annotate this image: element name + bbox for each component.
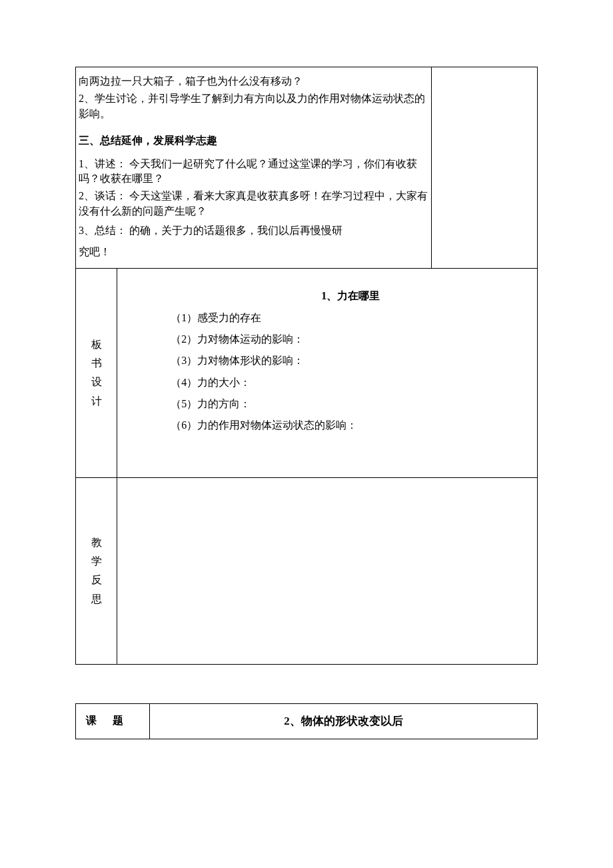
intro-line-1: 向两边拉一只大箱子，箱子也为什么没有移动？ bbox=[79, 74, 428, 89]
design-item: （5）力的方向： bbox=[171, 397, 530, 411]
question-1: 1、讲述： 今天我们一起研究了什么呢？通过这堂课的学习，你们有收获吗？收获在哪里… bbox=[79, 157, 428, 187]
label-char: 板 bbox=[79, 337, 114, 352]
section-heading: 三、总结延伸，发展科学志趣 bbox=[79, 133, 428, 148]
question-2: 2、谈话： 今天这堂课，看来大家真是收获真多呀！在学习过程中，大家有没有什么新的… bbox=[79, 189, 428, 219]
content-row: 向两边拉一只大箱子，箱子也为什么没有移动？ 2、学生讨论，并引导学生了解到力有方… bbox=[76, 67, 538, 269]
design-item: （3）力对物体形状的影响： bbox=[171, 353, 530, 368]
notes-cell bbox=[431, 67, 537, 269]
board-design-content: 1、力在哪里 （1）感受力的存在 （2）力对物体运动的影响： （3）力对物体形状… bbox=[117, 269, 538, 478]
topic-row: 课题 2、物体的形状改变以后 bbox=[76, 703, 538, 739]
lesson-content-cell: 向两边拉一只大箱子，箱子也为什么没有移动？ 2、学生讨论，并引导学生了解到力有方… bbox=[76, 67, 432, 269]
board-design-row: 板 书 设 计 1、力在哪里 （1）感受力的存在 （2）力对物体运动的影响： （… bbox=[76, 269, 538, 478]
label-char: 计 bbox=[79, 394, 114, 409]
topic-label: 课题 bbox=[76, 703, 150, 739]
intro-line-2: 2、学生讨论，并引导学生了解到力有方向以及力的作用对物体运动状态的影响。 bbox=[79, 91, 428, 121]
question-3b: 究吧！ bbox=[79, 243, 428, 261]
question-3a: 3、总结： 的确，关于力的话题很多，我们以后再慢慢研 bbox=[79, 221, 428, 240]
label-char: 学 bbox=[79, 554, 114, 569]
design-item: （6）力的作用对物体运动状态的影响： bbox=[171, 418, 530, 433]
main-table: 向两边拉一只大箱子，箱子也为什么没有移动？ 2、学生讨论，并引导学生了解到力有方… bbox=[75, 67, 538, 665]
label-char: 思 bbox=[79, 592, 114, 607]
teaching-reflection-label: 教 学 反 思 bbox=[76, 477, 117, 664]
design-item: （1）感受力的存在 bbox=[171, 311, 530, 325]
label-char: 反 bbox=[79, 573, 114, 587]
label-char: 书 bbox=[79, 356, 114, 371]
label-char: 教 bbox=[79, 535, 114, 550]
label-char: 设 bbox=[79, 375, 114, 389]
design-title: 1、力在哪里 bbox=[171, 289, 530, 303]
teaching-reflection-row: 教 学 反 思 bbox=[76, 477, 538, 664]
design-item: （4）力的大小： bbox=[171, 375, 530, 390]
teaching-reflection-content bbox=[117, 477, 538, 664]
topic-table: 课题 2、物体的形状改变以后 bbox=[75, 703, 538, 739]
design-item: （2）力对物体运动的影响： bbox=[171, 332, 530, 347]
topic-title: 2、物体的形状改变以后 bbox=[149, 703, 537, 739]
board-design-label: 板 书 设 计 bbox=[76, 269, 117, 478]
